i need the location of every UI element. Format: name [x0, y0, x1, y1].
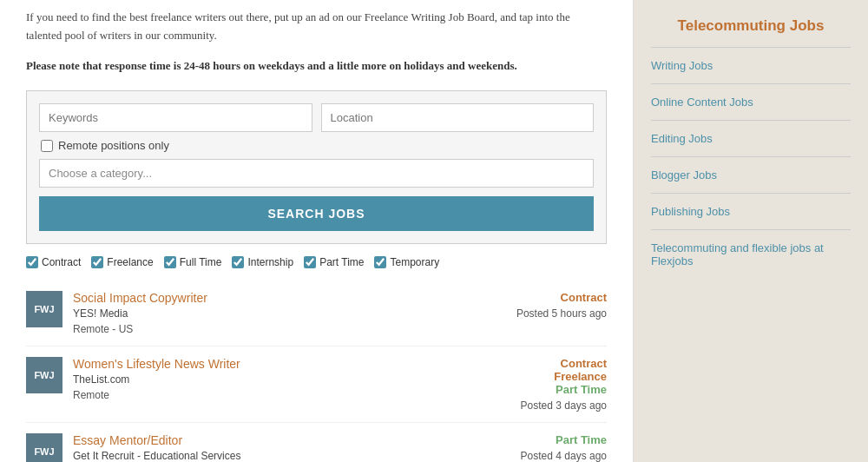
- job-company: Get It Recruit - Educational Services: [73, 450, 501, 462]
- job-logo: FWJ: [26, 291, 62, 327]
- jobs-list: FWJSocial Impact CopywriterYES! MediaRem…: [26, 280, 607, 462]
- job-meta: ContractFreelancePart TimePosted 3 days …: [511, 357, 607, 412]
- search-inputs-row: [39, 103, 594, 132]
- category-select[interactable]: Choose a category...: [39, 159, 594, 188]
- job-logo-text: FWJ: [34, 370, 54, 381]
- job-type: Contract: [511, 291, 607, 304]
- sidebar-divider: [651, 193, 851, 194]
- job-logo: FWJ: [26, 357, 62, 393]
- job-company: TheList.com: [73, 373, 501, 386]
- remote-label: Remote positions only: [58, 139, 169, 152]
- main-content: If you need to find the best freelance w…: [0, 0, 634, 462]
- job-logo: FWJ: [26, 433, 62, 462]
- job-title[interactable]: Women's Lifestyle News Writer: [73, 357, 240, 371]
- job-title[interactable]: Social Impact Copywriter: [73, 291, 207, 305]
- job-card: FWJSocial Impact CopywriterYES! MediaRem…: [26, 280, 607, 346]
- job-logo-text: FWJ: [34, 446, 54, 458]
- sidebar-links: Writing JobsOnline Content JobsEditing J…: [651, 47, 851, 274]
- filter-label: Internship: [247, 256, 293, 268]
- job-info: Social Impact CopywriterYES! MediaRemote…: [73, 291, 501, 335]
- remote-row: Remote positions only: [39, 139, 594, 152]
- sidebar-divider: [651, 120, 851, 121]
- sidebar: Telecommuting Jobs Writing JobsOnline Co…: [634, 0, 868, 462]
- filter-label: Part Time: [319, 256, 364, 268]
- filter-item: Temporary: [374, 256, 439, 268]
- job-type: Part Time: [511, 433, 607, 446]
- filter-item: Contract: [26, 256, 81, 268]
- filter-label: Freelance: [107, 256, 153, 268]
- job-logo-text: FWJ: [34, 304, 54, 315]
- notice-paragraph: Please note that response time is 24-48 …: [26, 57, 607, 76]
- job-type: Freelance: [511, 370, 607, 383]
- sidebar-divider: [651, 229, 851, 230]
- sidebar-link-2[interactable]: Editing Jobs: [651, 126, 851, 151]
- location-input[interactable]: [321, 103, 595, 132]
- filter-label: Full Time: [180, 256, 222, 268]
- filter-checkbox-temporary[interactable]: [374, 256, 386, 268]
- sidebar-link-1[interactable]: Online Content Jobs: [651, 89, 851, 115]
- job-meta: Part TimePosted 4 days ago: [511, 433, 607, 462]
- sidebar-divider: [651, 83, 851, 84]
- job-posted: Posted 3 days ago: [511, 399, 607, 412]
- job-meta: ContractPosted 5 hours ago: [511, 291, 607, 320]
- filter-checkbox-freelance[interactable]: [91, 256, 103, 268]
- job-type: Part Time: [511, 383, 607, 396]
- job-type: Contract: [511, 357, 607, 370]
- sidebar-link-3[interactable]: Blogger Jobs: [651, 162, 851, 188]
- filter-label: Temporary: [390, 256, 439, 268]
- job-posted: Posted 4 days ago: [511, 450, 607, 462]
- search-jobs-button[interactable]: SEARCH JOBS: [39, 196, 594, 231]
- sidebar-divider: [651, 156, 851, 157]
- sidebar-link-0[interactable]: Writing Jobs: [651, 53, 851, 78]
- job-info: Essay Mentor/EditorGet It Recruit - Educ…: [73, 433, 501, 462]
- search-box: Remote positions only Choose a category.…: [26, 90, 607, 244]
- sidebar-link-5[interactable]: Telecommuting and flexible jobs at Flexj…: [651, 235, 851, 274]
- job-company: YES! Media: [73, 307, 501, 320]
- job-card: FWJWomen's Lifestyle News WriterTheList.…: [26, 346, 607, 423]
- filter-checkbox-part-time[interactable]: [304, 256, 316, 268]
- remote-checkbox[interactable]: [41, 140, 53, 152]
- filter-item: Freelance: [91, 256, 153, 268]
- filter-checkbox-internship[interactable]: [232, 256, 244, 268]
- filter-item: Full Time: [164, 256, 222, 268]
- filter-item: Internship: [232, 256, 293, 268]
- intro-paragraph: If you need to find the best freelance w…: [26, 9, 607, 45]
- sidebar-link-4[interactable]: Publishing Jobs: [651, 199, 851, 224]
- job-location: Remote - US: [73, 323, 501, 335]
- filter-label: Contract: [42, 256, 81, 268]
- job-info: Women's Lifestyle News WriterTheList.com…: [73, 357, 501, 401]
- job-location: Remote: [73, 389, 501, 401]
- filter-checkbox-contract[interactable]: [26, 256, 38, 268]
- filter-checkbox-full-time[interactable]: [164, 256, 176, 268]
- keywords-input[interactable]: [39, 103, 312, 132]
- sidebar-title: Telecommuting Jobs: [651, 17, 851, 35]
- sidebar-divider: [651, 47, 851, 48]
- filters-row: ContractFreelanceFull TimeInternshipPart…: [26, 256, 607, 268]
- job-posted: Posted 5 hours ago: [511, 307, 607, 320]
- job-title[interactable]: Essay Mentor/Editor: [73, 433, 182, 447]
- job-card: FWJEssay Mentor/EditorGet It Recruit - E…: [26, 423, 607, 462]
- filter-item: Part Time: [304, 256, 364, 268]
